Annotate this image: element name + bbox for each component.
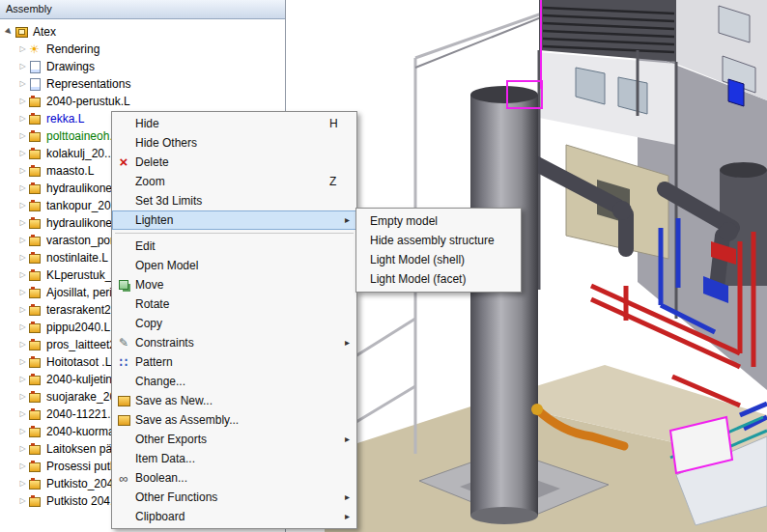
expand-arrow-icon[interactable] [16, 371, 29, 388]
context-menu: HideH Hide Others Delete ZoomZ Set 3d Li… [111, 111, 357, 529]
expand-arrow-icon[interactable] [16, 423, 29, 440]
expand-arrow-icon[interactable] [16, 475, 29, 492]
tree-item-label: Atex [33, 25, 56, 39]
tree-item-label: kolakulj_20... [46, 147, 114, 160]
expand-arrow-icon[interactable] [16, 214, 29, 232]
part-icon [29, 426, 43, 438]
expand-arrow-icon[interactable] [16, 75, 29, 93]
panel-title-bar[interactable]: Assembly [0, 0, 285, 19]
part-icon [29, 148, 43, 160]
expand-arrow-icon[interactable] [16, 458, 29, 475]
submenu-item-empty-model[interactable]: Empty model [356, 211, 521, 231]
tree-item-label: maasto.L [46, 164, 94, 178]
menu-item-open-model[interactable]: Open Model [112, 256, 356, 275]
part-icon [29, 339, 43, 351]
rendering-icon [29, 43, 43, 56]
menu-item-zoom[interactable]: ZoomZ [112, 172, 356, 191]
part-icon [29, 374, 43, 386]
drawings-icon [29, 61, 43, 73]
delete-icon [112, 155, 135, 169]
part-icon [29, 322, 43, 334]
expand-arrow-icon[interactable] [16, 319, 29, 336]
part-icon [29, 478, 43, 490]
expand-arrow-icon[interactable] [16, 266, 29, 284]
expand-arrow-icon[interactable] [16, 492, 29, 510]
menu-item-edit[interactable]: Edit [112, 237, 356, 256]
tree-item-label: tankopur_20... [46, 199, 121, 212]
tree-item-atex[interactable]: Atex [0, 23, 285, 41]
expand-arrow-icon[interactable] [16, 162, 29, 180]
part-icon [29, 217, 43, 230]
expand-arrow-icon[interactable] [16, 41, 29, 58]
tree-item-label: Representations [46, 77, 130, 91]
part-icon [29, 130, 43, 143]
expand-arrow-icon[interactable] [3, 23, 15, 41]
menu-item-rotate[interactable]: Rotate [112, 294, 356, 314]
submenu-item-hide-assembly-structure[interactable]: Hide assembly structure [356, 231, 521, 250]
tree-item-representations[interactable]: Representations [0, 75, 285, 93]
tree-item-drawings[interactable]: Drawings [0, 58, 285, 75]
menu-item-hide[interactable]: HideH [112, 114, 356, 133]
expand-arrow-icon[interactable] [16, 145, 29, 162]
submenu-item-light-model-shell[interactable]: Light Model (shell) [356, 250, 521, 269]
menu-item-boolean[interactable]: Boolean... [112, 468, 356, 488]
part-icon [29, 269, 43, 282]
menu-item-set-3d-limits[interactable]: Set 3d Limits [112, 191, 356, 210]
expand-arrow-icon[interactable] [16, 197, 29, 214]
part-icon [29, 356, 43, 369]
menu-item-change[interactable]: Change... [112, 372, 356, 391]
expand-arrow-icon[interactable] [16, 388, 29, 406]
tree-item-label: terasrakent2... [46, 303, 121, 317]
menu-item-clipboard[interactable]: Clipboard [112, 507, 356, 526]
expand-arrow-icon[interactable] [16, 58, 29, 75]
menu-item-other-exports[interactable]: Other Exports [112, 430, 356, 449]
expand-arrow-icon[interactable] [16, 249, 29, 266]
pattern-icon [112, 355, 135, 370]
menu-item-pattern[interactable]: Pattern [112, 352, 356, 372]
part-icon [29, 391, 43, 404]
menu-item-hide-others[interactable]: Hide Others [112, 133, 356, 153]
assembly-icon [15, 26, 29, 39]
expand-arrow-icon[interactable] [16, 93, 29, 110]
tree-item-rendering[interactable]: Rendering [0, 41, 285, 58]
tree-item-2040-perustuk[interactable]: 2040-perustuk.L [0, 93, 285, 110]
part-icon [29, 287, 43, 299]
tree-item-label: 2040-11221.L [46, 407, 117, 421]
expand-arrow-icon[interactable] [16, 180, 29, 197]
lighten-submenu: Empty model Hide assembly structure Ligh… [355, 208, 522, 293]
expand-arrow-icon[interactable] [16, 440, 29, 458]
shortcut-label: H [329, 117, 349, 130]
menu-item-item-data[interactable]: Item Data... [112, 449, 356, 468]
part-icon [29, 252, 43, 265]
menu-item-other-functions[interactable]: Other Functions [112, 488, 356, 507]
tree-item-label: Hoitotasot .L [46, 355, 111, 369]
expand-arrow-icon[interactable] [16, 284, 29, 301]
expand-arrow-icon[interactable] [16, 406, 29, 423]
part-icon [29, 408, 43, 421]
expand-arrow-icon[interactable] [16, 336, 29, 353]
tree-item-label: 2040-perustuk.L [46, 95, 130, 108]
tree-item-label: polttoaineoh... [46, 129, 119, 143]
part-icon [29, 182, 43, 195]
menu-item-save-as-new[interactable]: Save as New... [112, 391, 356, 410]
expand-arrow-icon[interactable] [16, 127, 29, 145]
menu-item-save-as-assembly[interactable]: Save as Assembly... [112, 410, 356, 430]
application-window: Assembly Atex Rendering Drawings Represe… [0, 0, 767, 532]
representations-icon [29, 78, 43, 91]
save-icon [112, 396, 135, 406]
menu-item-constraints[interactable]: Constraints [112, 333, 356, 352]
menu-item-delete[interactable]: Delete [112, 153, 356, 172]
menu-item-lighten[interactable]: Lighten [112, 210, 356, 230]
tree-item-label: pippu2040.L [46, 321, 110, 334]
expand-arrow-icon[interactable] [16, 353, 29, 371]
menu-separator [115, 233, 354, 234]
expand-arrow-icon[interactable] [16, 301, 29, 319]
expand-arrow-icon[interactable] [16, 232, 29, 249]
menu-item-copy[interactable]: Copy [112, 314, 356, 333]
constraints-icon [112, 336, 135, 350]
boolean-icon [112, 471, 135, 486]
submenu-item-light-model-facet[interactable]: Light Model (facet) [356, 269, 521, 289]
expand-arrow-icon[interactable] [16, 110, 29, 127]
menu-item-move[interactable]: Move [112, 275, 356, 294]
part-icon [29, 235, 43, 247]
